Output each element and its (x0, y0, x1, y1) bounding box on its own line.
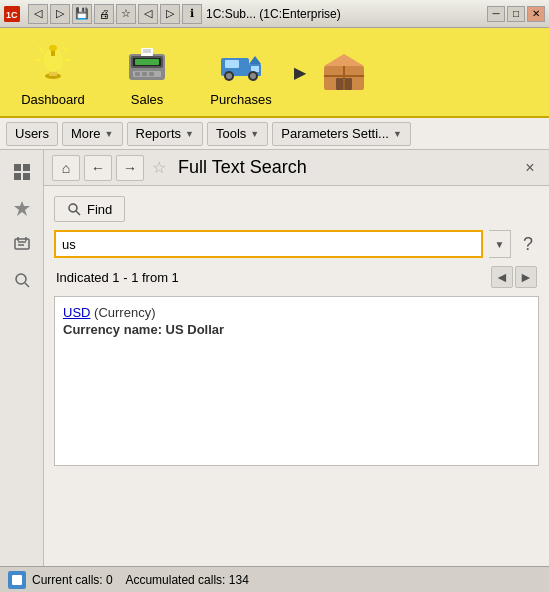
params-dropdown-arrow: ▼ (393, 129, 402, 139)
results-next-button[interactable]: ► (515, 266, 537, 288)
svg-line-48 (25, 283, 29, 287)
toolbar-btn-1[interactable]: ◁ (28, 4, 48, 24)
svg-marker-33 (324, 54, 364, 66)
sales-icon (123, 38, 171, 86)
panel-close-button[interactable]: × (519, 157, 541, 179)
svg-rect-38 (23, 164, 30, 171)
svg-rect-19 (135, 59, 159, 65)
search-icon (67, 202, 81, 216)
svg-rect-42 (15, 239, 29, 249)
svg-text:1C: 1C (6, 10, 18, 20)
home-button[interactable]: ⌂ (52, 155, 80, 181)
menu-reports[interactable]: Reports ▼ (127, 122, 203, 146)
status-bar: Current calls: 0 Accumulated calls: 134 (0, 566, 549, 592)
detail-label: Currency name: (63, 322, 162, 337)
nav-item-dashboard[interactable]: Dashboard (8, 32, 98, 112)
toolbar-btn-info[interactable]: ℹ (182, 4, 202, 24)
svg-rect-31 (225, 60, 239, 68)
maximize-button[interactable]: □ (507, 6, 525, 22)
results-info: Indicated 1 - 1 from 1 (56, 270, 179, 285)
toolbar-btn-back[interactable]: ◁ (138, 4, 158, 24)
purchases-icon (217, 38, 265, 86)
menu-params[interactable]: Parameters Setti... ▼ (272, 122, 411, 146)
svg-rect-16 (135, 72, 140, 76)
results-header: Indicated 1 - 1 from 1 ◄ ► (54, 266, 539, 288)
result-link[interactable]: USD (63, 305, 90, 320)
svg-point-47 (16, 274, 26, 284)
toolbar-btn-save[interactable]: 💾 (72, 4, 92, 24)
menu-users[interactable]: Users (6, 122, 58, 146)
svg-line-10 (39, 46, 43, 52)
menu-more[interactable]: More ▼ (62, 122, 123, 146)
tools-dropdown-arrow: ▼ (250, 129, 259, 139)
search-dropdown-button[interactable]: ▼ (489, 230, 511, 258)
svg-rect-18 (149, 72, 154, 76)
nav-more-button[interactable]: ▶ (290, 32, 310, 112)
dashboard-icon (29, 38, 77, 86)
menu-tools[interactable]: Tools ▼ (207, 122, 268, 146)
svg-rect-17 (142, 72, 147, 76)
sidebar-icon-star[interactable] (6, 192, 38, 224)
back-button[interactable]: ← (84, 155, 112, 181)
find-button[interactable]: Find (54, 196, 125, 222)
results-navigation: ◄ ► (491, 266, 537, 288)
search-row: ▼ ? (54, 230, 539, 258)
svg-line-11 (63, 46, 67, 52)
result-item: USD (Currency) Currency name: US Dollar (63, 305, 530, 337)
results-box: USD (Currency) Currency name: US Dollar (54, 296, 539, 466)
menu-bar: Users More ▼ Reports ▼ Tools ▼ Parameter… (0, 118, 549, 150)
warehouse-icon (320, 48, 368, 96)
content-panel: ⌂ ← → ☆ Full Text Search × Find ▼ ? (44, 150, 549, 566)
forward-button[interactable]: → (116, 155, 144, 181)
help-icon[interactable]: ? (517, 234, 539, 255)
toolbar-btn-print[interactable]: 🖨 (94, 4, 114, 24)
svg-rect-40 (23, 173, 30, 180)
result-detail: Currency name: US Dollar (63, 322, 530, 337)
sales-label: Sales (131, 92, 164, 107)
bookmark-button[interactable]: ☆ (148, 157, 170, 179)
app-icon: 1C (4, 6, 20, 22)
nav-item-sales[interactable]: Sales (102, 32, 192, 112)
svg-rect-37 (14, 164, 21, 171)
toolbar-btn-2[interactable]: ▷ (50, 4, 70, 24)
sidebar-icon-search[interactable] (6, 264, 38, 296)
panel-body: Find ▼ ? Indicated 1 - 1 from 1 ◄ ► USD (44, 186, 549, 476)
svg-point-28 (226, 73, 232, 79)
navigation-bar: Dashboard Sales (0, 28, 549, 118)
svg-point-30 (250, 73, 256, 79)
nav-item-extra[interactable] (314, 32, 374, 112)
result-type-label: (Currency) (94, 305, 155, 320)
sidebar (0, 150, 44, 566)
main-area: ⌂ ← → ☆ Full Text Search × Find ▼ ? (0, 150, 549, 566)
nav-item-purchases[interactable]: Purchases (196, 32, 286, 112)
more-dropdown-arrow: ▼ (105, 129, 114, 139)
window-title: 1C:Sub... (1C:Enterprise) (206, 7, 341, 21)
reports-dropdown-arrow: ▼ (185, 129, 194, 139)
search-input[interactable] (54, 230, 483, 258)
svg-marker-25 (249, 56, 261, 64)
svg-line-50 (76, 211, 80, 215)
sidebar-icon-history[interactable] (6, 228, 38, 260)
detail-rest: Dollar (184, 322, 224, 337)
title-bar-left: 1C ◁ ▷ 💾 🖨 ☆ ◁ ▷ ℹ 1C:Sub... (1C:Enterpr… (4, 4, 341, 24)
sidebar-icon-grid[interactable] (6, 156, 38, 188)
title-bar: 1C ◁ ▷ 💾 🖨 ☆ ◁ ▷ ℹ 1C:Sub... (1C:Enterpr… (0, 0, 549, 28)
window-toolbar: ◁ ▷ 💾 🖨 ☆ ◁ ▷ ℹ (28, 4, 202, 24)
panel-title: Full Text Search (178, 157, 515, 178)
detail-highlight: US (166, 322, 184, 337)
purchases-label: Purchases (210, 92, 271, 107)
svg-point-7 (49, 45, 57, 51)
panel-header: ⌂ ← → ☆ Full Text Search × (44, 150, 549, 186)
results-prev-button[interactable]: ◄ (491, 266, 513, 288)
minimize-button[interactable]: ─ (487, 6, 505, 22)
toolbar-btn-star[interactable]: ☆ (116, 4, 136, 24)
svg-marker-41 (14, 201, 30, 216)
svg-rect-52 (12, 575, 22, 585)
dashboard-label: Dashboard (21, 92, 85, 107)
svg-rect-39 (14, 173, 21, 180)
close-window-button[interactable]: ✕ (527, 6, 545, 22)
status-icon (8, 571, 26, 589)
toolbar-btn-fwd[interactable]: ▷ (160, 4, 180, 24)
status-current-calls: Current calls: 0 Accumulated calls: 134 (32, 573, 249, 587)
window-controls: ─ □ ✕ (487, 6, 545, 22)
